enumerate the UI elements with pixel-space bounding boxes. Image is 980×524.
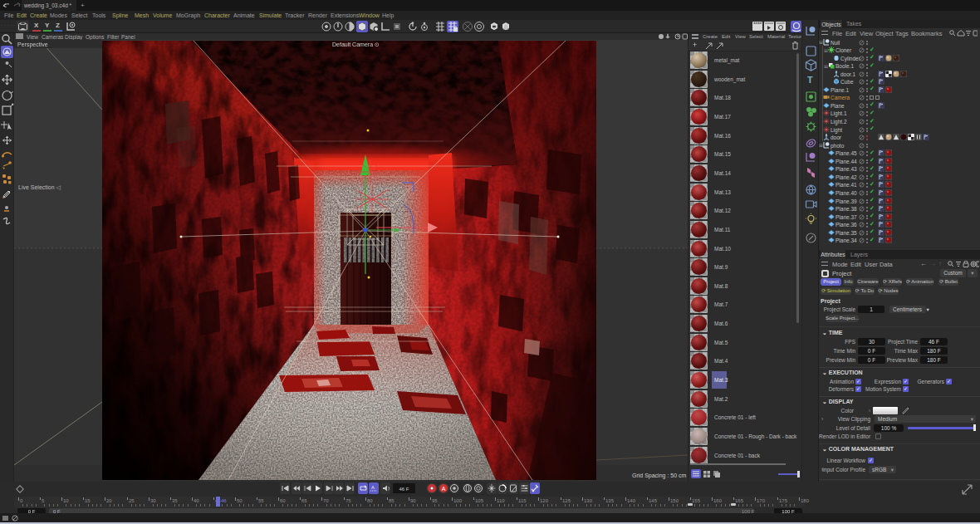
svg-text:46 F: 46 F (399, 487, 409, 492)
svg-text:A: A (503, 24, 507, 30)
svg-text:A: A (442, 486, 446, 492)
svg-text:A: A (371, 485, 375, 490)
svg-text:T: T (807, 75, 813, 85)
